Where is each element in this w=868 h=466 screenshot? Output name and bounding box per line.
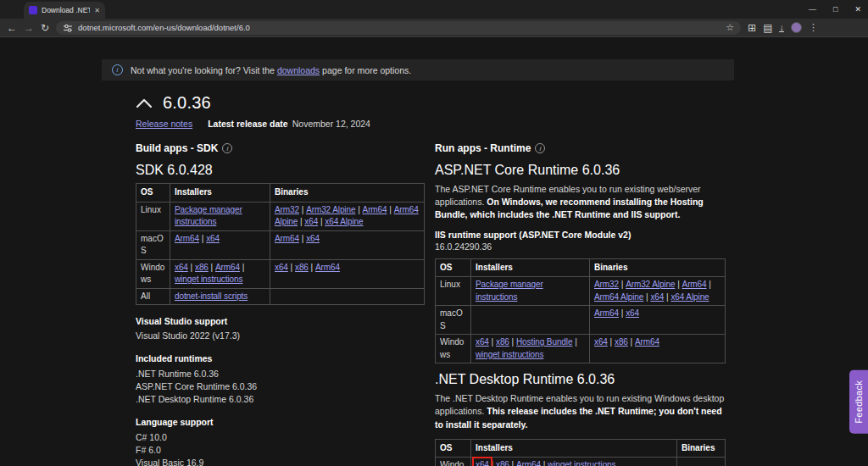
profile-avatar[interactable] — [791, 22, 802, 33]
installers-cell: Package manager instructions — [471, 277, 590, 306]
table-row: Alldotnet-install scripts — [136, 288, 425, 305]
window-controls: — □ ✕ — [809, 0, 861, 19]
download-link-x64[interactable]: x64 — [304, 217, 318, 226]
os-cell: Windows — [436, 458, 471, 466]
download-link-winget-instructions[interactable]: winget instructions — [476, 350, 543, 359]
close-button[interactable]: ✕ — [854, 5, 861, 14]
download-link-x64[interactable]: x64 — [206, 234, 220, 243]
download-link-arm32[interactable]: Arm32 — [275, 205, 299, 214]
download-link-x64[interactable]: x64 — [626, 308, 639, 318]
download-link-x86[interactable]: x86 — [195, 263, 209, 272]
url-text: dotnet.microsoft.com/en-us/download/dotn… — [78, 23, 721, 32]
info-banner: i Not what you're looking for? Visit the… — [102, 59, 734, 80]
download-link-x64-alpine[interactable]: x64 Alpine — [325, 217, 363, 226]
download-link-arm64[interactable]: Arm64 — [363, 205, 387, 214]
site-settings-icon[interactable] — [63, 23, 73, 33]
download-link-winget-instructions[interactable]: winget instructions — [175, 275, 242, 284]
table-row: LinuxPackage manager instructionsArm32 |… — [136, 202, 425, 230]
release-notes-link[interactable]: Release notes — [136, 119, 192, 129]
download-link-arm32-alpine[interactable]: Arm32 Alpine — [626, 280, 675, 289]
language-item: F# 6.0 — [136, 444, 424, 457]
downloads-icon[interactable]: ↓ — [779, 23, 784, 32]
download-link-winget-instructions[interactable]: winget instructions — [548, 460, 615, 466]
build-apps-title: Build apps - SDK — [136, 142, 218, 154]
release-date-value: November 12, 2024 — [292, 119, 370, 129]
installers-cell: x64 | x86 | Arm64 | winget instructions — [471, 458, 677, 466]
download-link-arm32-alpine[interactable]: Arm32 Alpine — [306, 205, 355, 214]
download-link-x86[interactable]: x86 — [615, 337, 628, 347]
dotnet-favicon-icon — [29, 6, 37, 14]
tab-title: Download .NET 6.0 (Linux, mac... — [42, 6, 90, 14]
download-link-arm64[interactable]: Arm64 — [635, 337, 659, 347]
download-link-arm32[interactable]: Arm32 — [594, 280, 619, 289]
visual-studio-support-label: Visual Studio support — [136, 315, 424, 328]
download-link-arm64[interactable]: Arm64 — [682, 280, 707, 289]
downloads-link[interactable]: downloads — [277, 65, 320, 75]
os-cell: Linux — [436, 277, 471, 306]
download-link-x86[interactable]: x86 — [496, 337, 509, 347]
minimize-button[interactable]: — — [809, 5, 816, 14]
download-link-package-manager-instructions[interactable]: Package manager instructions — [476, 280, 543, 302]
download-link-dotnet-install-scripts[interactable]: dotnet-install scripts — [175, 291, 248, 301]
forward-button[interactable]: → — [24, 23, 34, 33]
language-support-label: Language support — [136, 416, 424, 429]
download-link-x64-alpine[interactable]: x64 Alpine — [670, 292, 709, 302]
language-item: C# 10.0 — [136, 431, 424, 444]
binaries-cell — [270, 288, 425, 305]
download-link-x64[interactable]: x64 — [175, 263, 188, 272]
included-runtime-item: .NET Runtime 6.0.36 — [136, 368, 424, 380]
os-cell: Windows — [136, 259, 170, 288]
download-link-arm64[interactable]: Arm64 — [315, 263, 340, 272]
download-link-arm64[interactable]: Arm64 — [516, 460, 541, 466]
download-link-arm64[interactable]: Arm64 — [594, 308, 619, 318]
included-runtimes-label: Included runtimes — [136, 352, 424, 365]
download-link-arm64[interactable]: Arm64 — [275, 234, 299, 243]
os-cell: Windows — [436, 335, 471, 363]
table-row: macOSArm64 | x64 — [436, 306, 726, 335]
desktop-description: The .NET Desktop Runtime enables you to … — [435, 392, 725, 431]
download-link-hosting-bundle[interactable]: Hosting Bundle — [516, 337, 572, 347]
side-panel-icon[interactable]: ▤ — [763, 23, 772, 33]
run-apps-column: Run apps - Runtime i ASP.NET Core Runtim… — [435, 142, 725, 466]
build-apps-column: Build apps - SDK i SDK 6.0.428 OSInstall… — [136, 142, 424, 466]
download-link-package-manager-instructions[interactable]: Package manager instructions — [175, 205, 242, 227]
sdk-428-table: OSInstallersBinariesLinuxPackage manager… — [136, 183, 425, 305]
column-header: Installers — [471, 439, 677, 458]
browser-chrome: Download .NET 6.0 (Linux, mac... ✕ — □ ✕… — [0, 0, 868, 37]
feedback-button[interactable]: Feedback — [849, 370, 868, 434]
address-bar[interactable]: dotnet.microsoft.com/en-us/download/dotn… — [56, 21, 741, 35]
download-link-x64[interactable]: x64 — [306, 234, 320, 243]
download-link-x64[interactable]: x64 — [476, 460, 489, 466]
visual-studio-support-value: Visual Studio 2022 (v17.3) — [136, 330, 424, 342]
download-link-x86[interactable]: x86 — [496, 460, 509, 466]
extensions-icon[interactable]: ⊞ — [748, 23, 756, 33]
download-link-arm64-alpine[interactable]: Arm64 Alpine — [594, 292, 643, 302]
maximize-button[interactable]: □ — [833, 5, 837, 14]
download-link-arm64[interactable]: Arm64 — [175, 234, 199, 243]
collapse-chevron-icon[interactable] — [136, 98, 153, 108]
download-link-x64[interactable]: x64 — [476, 337, 489, 347]
reload-button[interactable]: ↻ — [41, 23, 49, 33]
page-body: i Not what you're looking for? Visit the… — [0, 37, 868, 466]
info-icon[interactable]: i — [535, 143, 545, 153]
banner-suffix: page for more options. — [322, 65, 411, 75]
iis-support-label: IIS runtime support (ASP.NET Core Module… — [435, 230, 725, 240]
info-icon[interactable]: i — [222, 143, 232, 153]
included-runtime-item: ASP.NET Core Runtime 6.0.36 — [136, 380, 424, 393]
back-button[interactable]: ← — [7, 23, 17, 33]
binaries-cell: x64 | x86 | Arm64 — [270, 259, 425, 288]
installers-cell: Arm64 | x64 — [170, 230, 270, 259]
tab-close-icon[interactable]: ✕ — [94, 7, 100, 14]
release-section: 6.0.36 Release notes Latest release date… — [102, 93, 734, 466]
browser-tab[interactable]: Download .NET 6.0 (Linux, mac... ✕ — [24, 2, 105, 19]
download-link-x64[interactable]: x64 — [594, 337, 608, 347]
binaries-cell: Arm32 | Arm32 Alpine | Arm64 | Arm64 Alp… — [590, 277, 726, 306]
download-link-arm64[interactable]: Arm64 — [215, 263, 240, 272]
download-link-x86[interactable]: x86 — [295, 263, 309, 272]
bookmark-star-icon[interactable]: ☆ — [726, 22, 734, 33]
os-cell: All — [136, 288, 170, 305]
release-meta: Release notes Latest release dateNovembe… — [136, 119, 734, 129]
download-link-x64[interactable]: x64 — [650, 292, 664, 302]
menu-icon[interactable]: ⋮ — [809, 23, 818, 32]
download-link-x64[interactable]: x64 — [275, 263, 288, 272]
